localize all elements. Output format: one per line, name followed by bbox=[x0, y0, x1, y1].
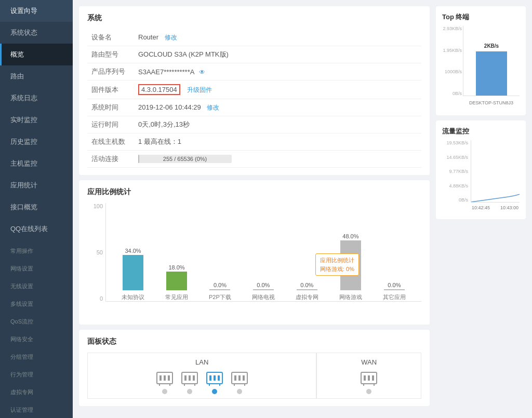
svg-rect-14 bbox=[214, 375, 216, 381]
sidebar-item-history[interactable]: 历史监控 bbox=[0, 131, 73, 153]
traffic-monitor-card: 流量监控 19.53KB/s 14.65KB/s 9.77KB/s 4.88KB… bbox=[436, 120, 526, 219]
top-terminal-bar-label: 2KB/s bbox=[484, 43, 499, 49]
sidebar-section-network: 网络设置 bbox=[0, 260, 73, 275]
top-terminal-bar: 2KB/s bbox=[476, 51, 507, 96]
label-serial: 产品序列号 bbox=[87, 63, 134, 80]
wan-port-1 bbox=[358, 370, 379, 394]
bar-iptv: 0.0% 网络电视 bbox=[252, 282, 275, 301]
panel-row: LAN bbox=[87, 353, 421, 399]
label-uptime: 运行时间 bbox=[87, 116, 134, 133]
lan-ports bbox=[88, 370, 316, 394]
edit-device-name-link[interactable]: 修改 bbox=[165, 34, 177, 41]
progress-text: 255 / 65536 (0%) bbox=[163, 156, 207, 162]
top-terminal-title: Top 终端 bbox=[442, 12, 520, 22]
sidebar-section-group: 分组管理 bbox=[0, 348, 73, 363]
layout-body: 系统 设备名 Router 修改 路由型号 GOCLOUD S3A (K2P M… bbox=[73, 0, 532, 418]
lan-label: LAN bbox=[88, 358, 316, 366]
value-model: GOCLOUD S3A (K2P MTK版) bbox=[134, 46, 421, 63]
bar-rect bbox=[253, 289, 274, 290]
sidebar-item-routing[interactable]: 路由 bbox=[0, 65, 73, 87]
svg-rect-7 bbox=[184, 375, 187, 381]
sidebar-item-host-monitor[interactable]: 主机监控 bbox=[0, 153, 73, 174]
system-title: 系统 bbox=[87, 14, 421, 23]
traffic-body bbox=[471, 140, 520, 203]
svg-rect-21 bbox=[243, 375, 245, 381]
firmware-version: 4.3.0.17504 bbox=[138, 84, 180, 95]
sidebar-item-syslog[interactable]: 系统日志 bbox=[0, 87, 73, 109]
value-sys-time: 2019-12-06 10:44:29 修改 bbox=[134, 99, 421, 116]
chart-tooltip: 应用比例统计 网络游戏: 0% bbox=[315, 253, 359, 276]
port-indicator-active bbox=[212, 389, 217, 394]
value-firmware: 4.3.0.17504 升级固件 bbox=[134, 80, 421, 99]
bar-rect bbox=[297, 289, 317, 290]
table-row: 固件版本 4.3.0.17504 升级固件 bbox=[87, 80, 421, 99]
sidebar-item-realtime[interactable]: 实时监控 bbox=[0, 109, 73, 131]
bar-p2p: 0.0% P2P下载 bbox=[209, 282, 231, 301]
port-indicator bbox=[162, 389, 167, 394]
svg-rect-3 bbox=[168, 375, 170, 381]
sidebar-section-qos: QoS流控 bbox=[0, 313, 73, 328]
sidebar: 设置向导 系统状态 概览 路由 系统日志 实时监控 历史监控 主机监控 应用统计… bbox=[0, 0, 73, 418]
ethernet-icon bbox=[229, 370, 250, 387]
app-stats-title: 应用比例统计 bbox=[87, 187, 421, 197]
upgrade-firmware-link[interactable]: 升级固件 bbox=[187, 86, 212, 93]
bar-common-app: 18.0% 常见应用 bbox=[165, 264, 188, 301]
sidebar-item-interface[interactable]: 接口概览 bbox=[0, 196, 73, 218]
progress-fill bbox=[138, 155, 139, 163]
svg-rect-8 bbox=[189, 375, 191, 381]
top-terminal-card: Top 终端 2.93KB/s 1.95KB/s 1000B/s 0B/s 2K… bbox=[436, 6, 526, 115]
table-row: 活动连接 255 / 65536 (0%) bbox=[87, 151, 421, 168]
sidebar-item-app-stats[interactable]: 应用统计 bbox=[0, 174, 73, 196]
value-online-hosts: 1 最高在线：1 bbox=[134, 133, 421, 151]
svg-rect-15 bbox=[218, 375, 220, 381]
value-serial: S3AAE7**********A 👁 bbox=[134, 63, 421, 80]
lan-port-2 bbox=[179, 370, 200, 394]
value-uptime: 0天,0时,3分,13秒 bbox=[134, 116, 421, 133]
bar-rect bbox=[384, 289, 405, 290]
table-row: 系统时间 2019-12-06 10:44:29 修改 bbox=[87, 99, 421, 116]
system-card: 系统 设备名 Router 修改 路由型号 GOCLOUD S3A (K2P M… bbox=[79, 6, 430, 175]
port-indicator bbox=[187, 389, 192, 394]
label-device-name: 设备名 bbox=[87, 29, 134, 46]
lan-port-3 bbox=[204, 370, 225, 394]
top-terminal-x-axis: DESKTOP-STUN8J3 bbox=[463, 96, 520, 109]
traffic-x-axis: 10:42:45 10:43:00 bbox=[471, 203, 520, 213]
chart-body: 34.0% 未知协议 18.0% 常见应用 0.0% P2P下载 bbox=[105, 203, 421, 302]
system-info-table: 设备名 Router 修改 路由型号 GOCLOUD S3A (K2P MTK版… bbox=[87, 29, 421, 168]
sidebar-item-system-status[interactable]: 系统状态 bbox=[0, 22, 73, 44]
edit-time-link[interactable]: 修改 bbox=[207, 104, 219, 111]
wan-label: WAN bbox=[317, 358, 421, 366]
traffic-y-axis: 19.53KB/s 14.65KB/s 9.77KB/s 4.88KB/s 0B… bbox=[442, 140, 468, 203]
sidebar-section-auth: 认证管理 bbox=[0, 401, 73, 416]
eye-icon[interactable]: 👁 bbox=[199, 69, 205, 76]
sidebar-item-overview[interactable]: 概览 bbox=[0, 44, 73, 65]
app-stats-chart: 100 50 0 34.0% 未知协议 18.0% 常见应用 bbox=[87, 203, 421, 317]
sidebar-item-setup-wizard[interactable]: 设置向导 bbox=[0, 0, 73, 22]
app-stats-card: 应用比例统计 100 50 0 34.0% 未知协议 18.0% bbox=[79, 180, 430, 325]
svg-rect-27 bbox=[372, 375, 374, 381]
sidebar-item-qq-online[interactable]: QQ在线列表 bbox=[0, 218, 73, 240]
label-active-conn: 活动连接 bbox=[87, 151, 134, 168]
bar-unknown-protocol: 34.0% 未知协议 bbox=[122, 248, 144, 301]
lan-port-4 bbox=[229, 370, 250, 394]
top-terminal-y-axis: 2.93KB/s 1.95KB/s 1000B/s 0B/s bbox=[442, 26, 462, 96]
port-indicator bbox=[237, 389, 242, 394]
sidebar-section-multiline: 多线设置 bbox=[0, 295, 73, 311]
lan-panel: LAN bbox=[87, 353, 316, 399]
svg-rect-25 bbox=[364, 375, 366, 381]
tooltip-title: 应用比例统计 bbox=[320, 256, 354, 265]
panel-status-title: 面板状态 bbox=[87, 337, 421, 346]
label-online-hosts: 在线主机数 bbox=[87, 133, 134, 151]
value-device-name: Router 修改 bbox=[134, 29, 421, 46]
sidebar-section-netsec: 网络安全 bbox=[0, 330, 73, 346]
bar-vpn: 0.0% 虚拟专网 bbox=[296, 282, 318, 301]
label-firmware: 固件版本 bbox=[87, 80, 134, 99]
table-row: 运行时间 0天,0时,3分,13秒 bbox=[87, 116, 421, 133]
table-row: 产品序列号 S3AAE7**********A 👁 bbox=[87, 63, 421, 80]
svg-rect-13 bbox=[209, 375, 211, 381]
label-model: 路由型号 bbox=[87, 46, 134, 63]
ethernet-icon bbox=[179, 370, 200, 387]
sidebar-section-common: 常用操作 bbox=[0, 242, 73, 258]
panel-status-card: 面板状态 LAN bbox=[79, 330, 430, 406]
ethernet-icon bbox=[154, 370, 175, 387]
